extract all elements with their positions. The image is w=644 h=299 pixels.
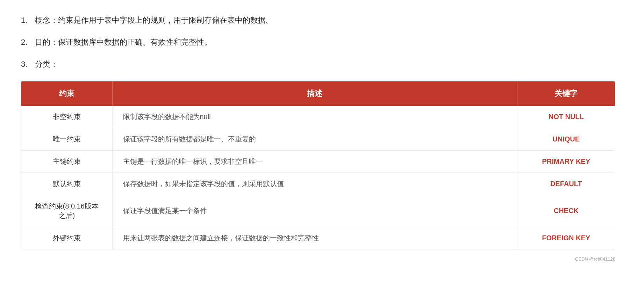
table-row: 默认约束保存数据时，如果未指定该字段的值，则采用默认值DEFAULT <box>21 173 615 195</box>
cell-keyword-1: UNIQUE <box>517 128 615 150</box>
col-header-description: 描述 <box>112 81 517 106</box>
cell-description-1: 保证该字段的所有数据都是唯一、不重复的 <box>112 128 517 150</box>
list-item-1: 1. 概念：约束是作用于表中字段上的规则，用于限制存储在表中的数据。 <box>21 14 615 26</box>
list-number-3: 3. <box>21 58 35 70</box>
col-header-keyword: 关键字 <box>517 81 615 106</box>
list-item-3: 3. 分类： <box>21 58 615 70</box>
cell-description-3: 保存数据时，如果未指定该字段的值，则采用默认值 <box>112 173 517 195</box>
cell-description-0: 限制该字段的数据不能为null <box>112 106 517 128</box>
table-row: 唯一约束保证该字段的所有数据都是唯一、不重复的UNIQUE <box>21 128 615 150</box>
list-number-2: 2. <box>21 36 35 48</box>
cell-constraint-0: 非空约束 <box>21 106 112 128</box>
constraints-table-container: 约束 描述 关键字 非空约束限制该字段的数据不能为nullNOT NULL唯一约… <box>21 81 615 249</box>
cell-keyword-5: FOREIGN KEY <box>517 227 615 249</box>
list-text-1: 概念：约束是作用于表中字段上的规则，用于限制存储在表中的数据。 <box>35 14 273 26</box>
cell-keyword-0: NOT NULL <box>517 106 615 128</box>
cell-constraint-3: 默认约束 <box>21 173 112 195</box>
cell-keyword-4: CHECK <box>517 195 615 227</box>
cell-description-5: 用来让两张表的数据之间建立连接，保证数据的一致性和完整性 <box>112 227 517 249</box>
cell-constraint-4: 检查约束(8.0.16版本之后) <box>21 195 112 227</box>
cell-constraint-1: 唯一约束 <box>21 128 112 150</box>
table-row: 非空约束限制该字段的数据不能为nullNOT NULL <box>21 106 615 128</box>
list-text-2: 目的：保证数据库中数据的正确、有效性和完整性。 <box>35 36 212 48</box>
cell-constraint-2: 主键约束 <box>21 150 112 173</box>
table-row: 主键约束主键是一行数据的唯一标识，要求非空且唯一PRIMARY KEY <box>21 150 615 173</box>
table-header-row: 约束 描述 关键字 <box>21 81 615 106</box>
cell-description-4: 保证字段值满足某一个条件 <box>112 195 517 227</box>
list-number-1: 1. <box>21 14 35 26</box>
table-row: 外键约束用来让两张表的数据之间建立连接，保证数据的一致性和完整性FOREIGN … <box>21 227 615 249</box>
list-text-3: 分类： <box>35 58 58 70</box>
table-row: 检查约束(8.0.16版本之后)保证字段值满足某一个条件CHECK <box>21 195 615 227</box>
cell-constraint-5: 外键约束 <box>21 227 112 249</box>
main-content: 1. 概念：约束是作用于表中字段上的规则，用于限制存储在表中的数据。 2. 目的… <box>21 14 615 262</box>
cell-keyword-2: PRIMARY KEY <box>517 150 615 173</box>
cell-keyword-3: DEFAULT <box>517 173 615 195</box>
watermark: CSDN @rch041126 <box>21 256 615 262</box>
list-item-2: 2. 目的：保证数据库中数据的正确、有效性和完整性。 <box>21 36 615 48</box>
constraints-table: 约束 描述 关键字 非空约束限制该字段的数据不能为nullNOT NULL唯一约… <box>21 81 615 249</box>
col-header-constraint: 约束 <box>21 81 112 106</box>
cell-description-2: 主键是一行数据的唯一标识，要求非空且唯一 <box>112 150 517 173</box>
